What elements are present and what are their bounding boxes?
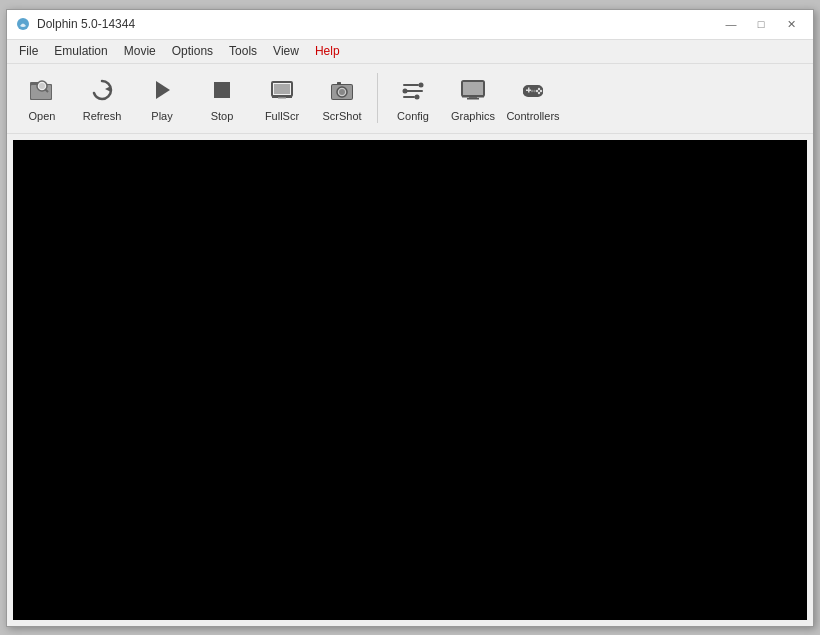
play-label: Play [151, 110, 172, 122]
content-area [13, 140, 807, 620]
fullscreen-button[interactable]: FullScr [253, 68, 311, 128]
maximize-button[interactable]: □ [747, 14, 775, 34]
svg-point-37 [538, 92, 540, 94]
open-label: Open [29, 110, 56, 122]
titlebar: Dolphin 5.0-14344 — □ ✕ [7, 10, 813, 40]
refresh-button[interactable]: Refresh [73, 68, 131, 128]
svg-point-24 [415, 95, 420, 100]
refresh-label: Refresh [83, 110, 122, 122]
graphics-button[interactable]: Graphics [444, 68, 502, 128]
menu-options[interactable]: Options [164, 42, 221, 60]
refresh-icon [86, 74, 118, 106]
open-button[interactable]: Open [13, 68, 71, 128]
toolbar-separator [377, 73, 378, 123]
controllers-label: Controllers [506, 110, 559, 122]
fullscreen-icon [266, 74, 298, 106]
svg-rect-26 [463, 82, 483, 95]
window-title: Dolphin 5.0-14344 [37, 17, 717, 31]
menu-emulation[interactable]: Emulation [46, 42, 115, 60]
svg-point-36 [540, 90, 542, 92]
svg-point-39 [531, 90, 533, 92]
svg-point-22 [419, 83, 424, 88]
titlebar-controls: — □ ✕ [717, 14, 805, 34]
close-button[interactable]: ✕ [777, 14, 805, 34]
svg-rect-13 [278, 97, 286, 99]
svg-marker-7 [105, 86, 111, 92]
svg-rect-9 [214, 82, 230, 98]
open-icon [26, 74, 58, 106]
menu-tools[interactable]: Tools [221, 42, 265, 60]
stop-label: Stop [211, 110, 234, 122]
graphics-icon [457, 74, 489, 106]
svg-rect-34 [528, 88, 530, 93]
stop-icon [206, 74, 238, 106]
svg-rect-19 [403, 84, 419, 86]
controllers-button[interactable]: Controllers [504, 68, 562, 128]
svg-point-35 [538, 88, 540, 90]
svg-rect-18 [337, 82, 341, 85]
config-icon [397, 74, 429, 106]
screenshot-label: ScrShot [322, 110, 361, 122]
svg-rect-29 [467, 98, 479, 100]
main-window: Dolphin 5.0-14344 — □ ✕ File Emulation M… [6, 9, 814, 627]
svg-point-5 [39, 83, 45, 89]
fullscreen-label: FullScr [265, 110, 299, 122]
app-icon [15, 16, 31, 32]
svg-rect-21 [403, 96, 415, 98]
svg-marker-8 [156, 81, 170, 99]
menu-movie[interactable]: Movie [116, 42, 164, 60]
svg-rect-11 [274, 84, 290, 94]
svg-point-40 [533, 90, 535, 92]
graphics-label: Graphics [451, 110, 495, 122]
menubar: File Emulation Movie Options Tools View … [7, 40, 813, 64]
config-button[interactable]: Config [384, 68, 442, 128]
menu-help[interactable]: Help [307, 42, 348, 60]
stop-button[interactable]: Stop [193, 68, 251, 128]
screenshot-icon [326, 74, 358, 106]
screenshot-button[interactable]: ScrShot [313, 68, 371, 128]
toolbar: Open Refresh Play [7, 64, 813, 134]
minimize-button[interactable]: — [717, 14, 745, 34]
controllers-icon [517, 74, 549, 106]
play-icon [146, 74, 178, 106]
svg-point-23 [403, 89, 408, 94]
svg-point-17 [339, 89, 345, 95]
play-button[interactable]: Play [133, 68, 191, 128]
config-label: Config [397, 110, 429, 122]
menu-view[interactable]: View [265, 42, 307, 60]
svg-point-38 [536, 90, 538, 92]
menu-file[interactable]: File [11, 42, 46, 60]
